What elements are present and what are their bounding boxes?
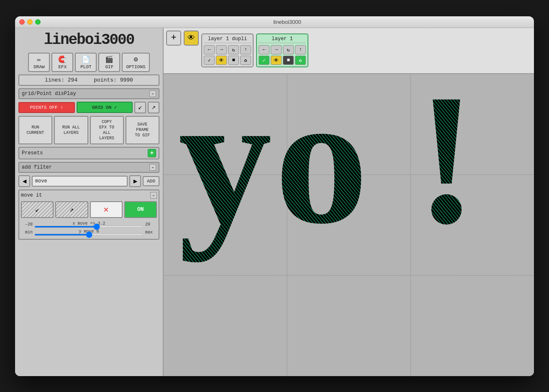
efx-button[interactable]: 🧲 EFX [51, 53, 73, 72]
layer-1-eye[interactable]: 👁 [271, 56, 282, 65]
move-it-section: move it - ↙ ↗ ✕ ON -20 [18, 190, 159, 240]
grid-point-controls: POINTS OFF ♀ GRID ON ✓ ↙ ↗ [18, 102, 159, 113]
run-current-button[interactable]: RUNCURRENT [18, 116, 52, 144]
filter-next-button[interactable]: ▶ [129, 175, 141, 187]
options-button[interactable]: ⚙️ OPTIONS [122, 53, 149, 72]
presets-row: Presets + [18, 147, 159, 159]
move-it-on-button[interactable]: ON [124, 201, 157, 218]
x-move-slider[interactable] [34, 226, 144, 228]
layer-dupli-left[interactable]: ← [204, 45, 215, 54]
minimize-button[interactable] [27, 19, 33, 25]
points-off-button[interactable]: POINTS OFF ♀ [18, 102, 75, 113]
layer-1-loop[interactable]: ↻ [283, 45, 294, 54]
layer-1-left[interactable]: ← [259, 45, 269, 54]
layer-dupli-row2: ✓ 👁 ■ ♻ [204, 56, 251, 65]
layer-card-1: layer 1 ← → ↻ ↑ ✓ 👁 ■ ♻ [256, 33, 308, 67]
move-it-header: move it - [21, 192, 157, 199]
save-frame-button[interactable]: SAVEFRAMETO GIF [126, 116, 159, 144]
toolbar: ✏️ DRAW 🧲 EFX 📄 PLOT 🎬 GIF ⚙️ OPTIO [18, 53, 159, 72]
right-area: + 👁 layer 1 dupli ← → ↻ ↑ ✓ 👁 ■ [164, 28, 534, 376]
gif-button[interactable]: 🎬 GIF [98, 53, 120, 72]
layer-dupli-check[interactable]: ✓ [204, 56, 215, 65]
canvas-area [164, 74, 534, 376]
grid-on-button[interactable]: GRID ON ✓ [77, 102, 133, 113]
y-max-label: max [145, 230, 157, 235]
layer-dupli-loop[interactable]: ↻ [228, 45, 239, 54]
draw-icon: ✏️ [37, 55, 41, 64]
app-logo: lineboi3000 [18, 31, 159, 49]
y-move-slider[interactable] [34, 234, 144, 236]
filter-add-button[interactable]: ADD [143, 176, 159, 186]
layer-1-check[interactable]: ✓ [259, 56, 269, 65]
move-it-btn-2[interactable]: ↗ [55, 201, 88, 218]
layer-1-square[interactable]: ■ [283, 56, 294, 65]
add-filter-collapse-button[interactable]: - [149, 164, 156, 171]
add-layer-button[interactable]: + [166, 31, 181, 46]
grid-left-button[interactable]: ↙ [134, 102, 146, 113]
layer-1-title: layer 1 [259, 36, 306, 43]
grid-point-collapse-button[interactable]: - [149, 90, 156, 97]
presets-label: Presets [22, 150, 43, 156]
copy-efx-button[interactable]: COPYEFX TOALLLAYERS [90, 116, 124, 144]
x-slider-row: -20 x move => 3.2 20 [21, 221, 157, 228]
plot-icon: 📄 [82, 55, 90, 64]
layer-dupli-eye[interactable]: 👁 [216, 56, 227, 65]
main-window: lineboi3000 lineboi3000 ✏️ DRAW 🧲 EFX 📄 … [15, 16, 534, 376]
stats-bar: lines: 294 points: 9990 [18, 74, 159, 86]
draw-button[interactable]: ✏️ DRAW [28, 53, 50, 72]
titlebar: lineboi3000 [15, 16, 534, 28]
x-min-label: -20 [21, 222, 33, 227]
y-min-label: min [21, 230, 33, 235]
window-title: lineboi3000 [45, 19, 530, 25]
options-icon: ⚙️ [134, 55, 138, 64]
layer-1-row1: ← → ↻ ↑ [259, 45, 306, 54]
layer-1-recycle[interactable]: ♻ [295, 56, 306, 65]
close-button[interactable] [19, 19, 25, 25]
presets-add-button[interactable]: + [148, 149, 156, 157]
run-buttons-row: RUNCURRENT RUN ALLLAYERS COPYEFX TOALLLA… [18, 116, 159, 144]
window-body: lineboi3000 ✏️ DRAW 🧲 EFX 📄 PLOT 🎬 GIF [15, 28, 534, 376]
move-it-btn-1[interactable]: ↙ [21, 201, 54, 218]
layer-1-right[interactable]: → [271, 45, 282, 54]
x-max-label: 20 [145, 222, 157, 227]
plot-button[interactable]: 📄 PLOT [75, 53, 97, 72]
layer-dupli-up[interactable]: ↑ [240, 45, 251, 54]
grid-point-section-header: grid/Point disPlay - [18, 88, 159, 99]
maximize-button[interactable] [35, 19, 41, 25]
filter-input[interactable] [32, 176, 128, 187]
layer-dupli-right[interactable]: → [216, 45, 227, 54]
left-panel: lineboi3000 ✏️ DRAW 🧲 EFX 📄 PLOT 🎬 GIF [15, 28, 164, 376]
main-canvas[interactable] [164, 74, 534, 376]
layer-1-row2: ✓ 👁 ■ ♻ [259, 56, 306, 65]
y-slider-row: min y move 0 max [21, 229, 157, 236]
layer-dupli-recycle[interactable]: ♻ [240, 56, 251, 65]
efx-icon: 🧲 [58, 55, 67, 64]
traffic-lights [19, 19, 41, 25]
layers-bar: + 👁 layer 1 dupli ← → ↻ ↑ ✓ 👁 ■ [164, 28, 534, 74]
layer-eye-button[interactable]: 👁 [184, 31, 199, 46]
layer-dupli-square[interactable]: ■ [228, 56, 239, 65]
filter-prev-button[interactable]: ◀ [18, 175, 30, 187]
add-filter-section-header: add filter - [18, 162, 159, 173]
gif-icon: 🎬 [105, 55, 113, 64]
layer-dupli-row1: ← → ↻ ↑ [204, 45, 251, 54]
add-filter-row: ◀ ▶ ADD [18, 175, 159, 187]
layer-dupli-title: layer 1 dupli [204, 36, 251, 43]
layer-1-up[interactable]: ↑ [295, 45, 306, 54]
layer-card-dupli: layer 1 dupli ← → ↻ ↑ ✓ 👁 ■ ♻ [201, 33, 254, 67]
move-it-collapse-button[interactable]: - [150, 192, 157, 199]
grid-right-button[interactable]: ↗ [148, 102, 159, 113]
move-it-buttons: ↙ ↗ ✕ ON [21, 201, 157, 218]
run-all-layers-button[interactable]: RUN ALLLAYERS [54, 116, 88, 144]
move-it-btn-clear[interactable]: ✕ [90, 201, 123, 218]
